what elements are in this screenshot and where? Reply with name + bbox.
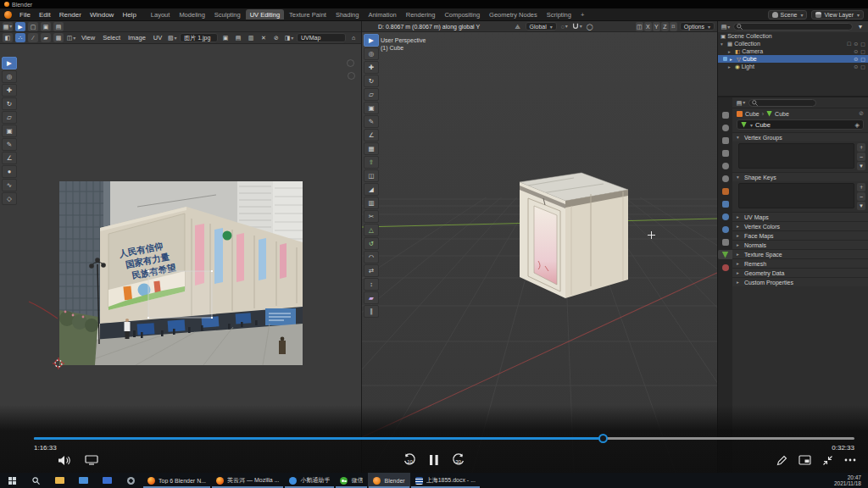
cast-to-device-icon[interactable] — [85, 455, 98, 465]
progress-knob[interactable] — [598, 434, 608, 443]
transform-orientation-dropdown[interactable]: Global▾ — [526, 22, 557, 30]
menu-file[interactable]: File — [15, 10, 35, 19]
outliner-row-scene-collection[interactable]: ▣ Scene Collection — [718, 32, 868, 40]
section-custom-properties[interactable]: ▸Custom Properties — [732, 277, 868, 286]
tab-scene[interactable] — [718, 161, 732, 170]
snap-magnet-icon[interactable]: ▾ — [572, 22, 582, 31]
filter-icon[interactable]: ▼ — [855, 22, 865, 31]
camera-visibility-icon[interactable]: ▢ — [860, 48, 865, 54]
rotate-tool[interactable]: ↻ — [364, 75, 379, 87]
camera-visibility-icon[interactable]: ▢ — [860, 64, 865, 69]
tab-uv-editing[interactable]: UV Editing — [246, 9, 284, 19]
section-remesh[interactable]: ▸Remesh — [732, 258, 868, 268]
pivot-point-dropdown[interactable]: ◌▾ — [559, 22, 570, 31]
uv-map-selector[interactable]: UVMap — [297, 33, 346, 42]
breadcrumb-data[interactable]: Cube — [775, 111, 789, 117]
settings-gear-icon[interactable] — [119, 473, 142, 488]
taskbar-app-blender[interactable]: Blender — [368, 473, 409, 488]
remove-button[interactable]: − — [857, 152, 865, 161]
taskbar-app-word-doc[interactable]: 上海1855.docx - ... — [410, 473, 481, 488]
properties-search-input[interactable] — [748, 99, 816, 107]
section-vertex-colors[interactable]: ▸Vertex Colors — [732, 221, 868, 230]
open-image-icon[interactable]: ▤ — [233, 33, 243, 42]
scene-selector[interactable]: Scene ▾ — [768, 10, 808, 19]
expander-icon[interactable]: ▸ — [728, 64, 733, 69]
tab-render[interactable] — [718, 123, 732, 132]
relax-brush-tool[interactable]: ∿ — [2, 179, 17, 191]
tab-animation[interactable]: Animation — [364, 9, 400, 19]
annotate-tool[interactable]: ✎ — [364, 115, 379, 128]
bevel-tool[interactable]: ◢ — [364, 183, 379, 196]
uv-image-photo[interactable]: 人民有信仰 国家有力量 民族有希望 — [59, 181, 303, 365]
ink-edit-icon[interactable] — [776, 455, 787, 466]
mirror-y-toggle[interactable]: Y — [653, 22, 660, 31]
taskbar-app-firefox-1[interactable]: Top 6 Blender N... — [142, 473, 211, 488]
taskbar-app-firefox-2[interactable]: 英云洱 — Mozilla ... — [211, 473, 284, 488]
outliner-row-light[interactable]: ▸ ◉ Light ⊙▢ — [718, 63, 868, 70]
tab-texture-paint[interactable]: Texture Paint — [285, 9, 331, 19]
display-channels-icon[interactable]: ◨▾ — [284, 33, 294, 42]
inset-faces-tool[interactable]: ◫ — [364, 169, 379, 182]
rip-region-tool[interactable]: ∥ — [364, 305, 379, 318]
camera-visibility-icon[interactable]: ▢ — [860, 41, 865, 47]
tab-view-layer[interactable] — [718, 148, 732, 158]
image-name-field[interactable]: 图片 1.jpg — [180, 33, 218, 42]
taskbar-app-xiaoetong[interactable]: 小鹅通助手 — [284, 473, 335, 488]
tab-particles[interactable] — [718, 212, 732, 221]
pause-button[interactable] — [429, 454, 439, 466]
orientation-icon[interactable]: ⟁ — [513, 22, 523, 31]
tab-physics[interactable] — [718, 225, 732, 234]
more-options-icon[interactable] — [844, 458, 856, 462]
eye-icon[interactable]: ⊙ — [854, 64, 858, 69]
tab-object-data[interactable] — [718, 250, 732, 259]
outliner-row-camera[interactable]: ▸ ◧ Camera ⊙▢ — [718, 47, 868, 55]
mirror-icon[interactable]: ◫ — [636, 22, 643, 31]
shrink-fatten-tool[interactable]: ↕ — [364, 278, 379, 291]
section-geometry-data[interactable]: ▸Geometry Data — [732, 268, 868, 277]
uv-select-vertex-icon[interactable]: ∴ — [15, 33, 25, 42]
add-workspace-button[interactable]: + — [576, 9, 588, 19]
eye-icon[interactable]: ⊙ — [854, 48, 858, 54]
expander-icon[interactable]: ▸ — [730, 57, 735, 62]
pin-icon[interactable]: ⊘ — [859, 110, 864, 117]
uv-clip-icon[interactable]: ▣ — [41, 22, 51, 31]
add-button[interactable]: ＋ — [857, 143, 865, 152]
camera-visibility-icon[interactable]: ▢ — [860, 56, 865, 62]
browse-image-icon[interactable]: ▧▾ — [167, 33, 177, 42]
cube-object[interactable] — [520, 173, 628, 298]
cursor-tool[interactable]: ◎ — [364, 47, 379, 60]
tab-compositing[interactable]: Compositing — [440, 9, 484, 19]
view-layer-selector[interactable]: View Layer ▾ — [811, 10, 864, 19]
section-shape-keys[interactable]: ▾ Shape Keys — [732, 172, 868, 181]
video-progress-bar[interactable] — [34, 437, 854, 440]
volume-icon[interactable] — [58, 455, 71, 466]
poly-build-tool[interactable]: △ — [364, 224, 379, 236]
cursor-tool[interactable]: ◎ — [2, 70, 17, 83]
uv-select-island-icon[interactable]: ▩ — [53, 33, 64, 42]
breadcrumb-object[interactable]: Cube — [745, 111, 760, 117]
eye-icon[interactable]: ⊙ — [854, 41, 858, 47]
forward-30-icon[interactable]: 30 — [451, 453, 465, 467]
expander-icon[interactable]: ▾ — [721, 42, 726, 47]
shape-keys-list[interactable] — [738, 183, 854, 208]
folder-icon[interactable]: ▥ — [246, 33, 256, 42]
uv-snap-icon[interactable]: ⌂ — [348, 33, 359, 42]
taskbar-app-wechat[interactable]: 微信 — [335, 473, 368, 488]
fake-user-shield-icon[interactable]: ◈ — [854, 121, 860, 129]
start-button[interactable] — [0, 473, 24, 488]
knife-tool[interactable]: ✂ — [364, 210, 379, 223]
tab-modifiers[interactable] — [718, 199, 732, 208]
uv-editor-type-icon[interactable]: ▦▾ — [3, 22, 13, 31]
checkbox-icon[interactable]: ☐ — [847, 41, 851, 47]
options-dropdown[interactable]: Options▾ — [680, 22, 715, 30]
mirror-z-toggle[interactable]: Z — [661, 22, 669, 31]
box-select-tool[interactable]: ▶ — [2, 57, 17, 69]
uv-active-tool-icon[interactable]: ▶ — [15, 22, 25, 31]
blender-menu-icon[interactable] — [4, 11, 12, 19]
shear-tool[interactable]: ▰ — [364, 291, 379, 304]
vertex-groups-list[interactable] — [738, 143, 854, 169]
uv-zoom-gizmo-icon[interactable] — [347, 59, 354, 67]
uv-selected-face[interactable] — [147, 270, 213, 319]
taskbar-search-button[interactable] — [24, 473, 47, 488]
properties-editor-type-icon[interactable]: ▤▾ — [736, 98, 746, 108]
